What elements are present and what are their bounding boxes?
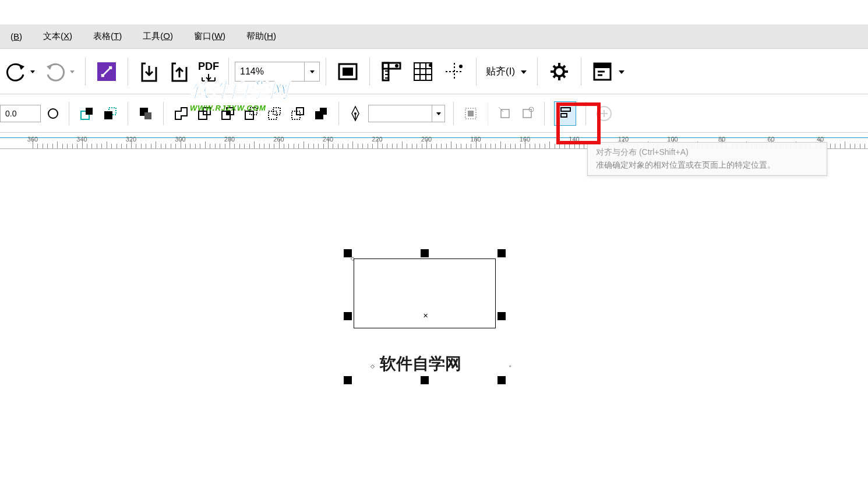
toolbar-separator bbox=[453, 102, 454, 125]
toolbar-separator bbox=[85, 58, 86, 86]
toolbar-separator bbox=[128, 58, 128, 86]
selection-handle[interactable] bbox=[344, 249, 352, 257]
svg-rect-9 bbox=[343, 68, 353, 76]
to-back-button[interactable] bbox=[102, 105, 118, 122]
chevron-down-icon bbox=[69, 68, 76, 75]
chevron-down-icon bbox=[29, 68, 36, 75]
svg-marker-7 bbox=[310, 70, 315, 73]
rulers-button[interactable] bbox=[379, 59, 404, 84]
menu-item-tools[interactable]: 工具(O) bbox=[132, 31, 184, 42]
standard-toolbar: PDF 贴齐(I) bbox=[0, 49, 868, 94]
svg-rect-67 bbox=[523, 109, 531, 118]
toolbar-separator bbox=[163, 102, 164, 125]
launch-button[interactable] bbox=[591, 60, 626, 83]
toolbar-separator bbox=[369, 58, 370, 86]
property-bar bbox=[0, 94, 868, 133]
selection-handle[interactable] bbox=[421, 249, 429, 257]
svg-rect-64 bbox=[468, 111, 474, 116]
object-center-marker: ✕ bbox=[423, 312, 428, 320]
svg-line-34 bbox=[553, 75, 556, 77]
pdf-export-button[interactable]: PDF bbox=[198, 61, 219, 82]
pen-icon bbox=[348, 105, 362, 122]
svg-marker-2 bbox=[47, 64, 52, 70]
align-distribute-button[interactable] bbox=[554, 101, 576, 126]
toolbar-separator bbox=[476, 58, 477, 86]
toolbar-separator bbox=[338, 102, 339, 125]
svg-rect-36 bbox=[594, 63, 611, 68]
toolbar-separator bbox=[581, 58, 581, 86]
selection-handle[interactable] bbox=[497, 376, 506, 384]
text-object[interactable]: 软件自学网 bbox=[380, 353, 461, 375]
chevron-down-icon bbox=[436, 111, 442, 116]
svg-point-26 bbox=[555, 67, 564, 76]
plus-icon bbox=[595, 105, 613, 122]
menu-item-window[interactable]: 窗口(W) bbox=[184, 31, 236, 42]
to-front-button[interactable] bbox=[79, 105, 95, 122]
selection-handle[interactable] bbox=[497, 312, 506, 320]
simplify-button[interactable] bbox=[243, 105, 259, 122]
undo-button[interactable] bbox=[3, 59, 36, 84]
outline-width-input[interactable] bbox=[368, 105, 432, 122]
svg-point-21 bbox=[429, 63, 432, 67]
svg-rect-44 bbox=[104, 111, 112, 119]
selection-handle[interactable] bbox=[497, 249, 506, 257]
add-button bbox=[595, 105, 613, 122]
wrap-text-button bbox=[463, 106, 478, 121]
redo-button[interactable] bbox=[43, 59, 76, 84]
toolbar-separator bbox=[128, 102, 128, 125]
menu-item-help[interactable]: 帮助(H) bbox=[236, 31, 287, 42]
svg-marker-3 bbox=[70, 70, 75, 73]
options-button[interactable] bbox=[547, 59, 571, 84]
intersect-button[interactable] bbox=[220, 105, 236, 122]
svg-line-31 bbox=[553, 66, 556, 68]
outline-width-combo[interactable] bbox=[368, 105, 445, 122]
zoom-input[interactable] bbox=[235, 62, 305, 82]
value-input[interactable] bbox=[0, 105, 41, 122]
powerclip2-button bbox=[520, 106, 535, 121]
tooltip-title: 对齐与分布 (Ctrl+Shift+A) bbox=[596, 147, 818, 158]
svg-point-61 bbox=[354, 112, 357, 115]
svg-point-40 bbox=[48, 109, 58, 118]
zoom-combo[interactable] bbox=[235, 62, 320, 82]
svg-rect-59 bbox=[320, 108, 327, 115]
import-button[interactable] bbox=[95, 60, 118, 83]
boundary-button[interactable] bbox=[313, 105, 329, 122]
svg-rect-71 bbox=[561, 114, 567, 117]
menu-item-table[interactable]: 表格(T) bbox=[83, 31, 132, 42]
svg-line-33 bbox=[563, 66, 565, 68]
chevron-down-icon bbox=[618, 68, 626, 75]
back-minus-front-button[interactable] bbox=[290, 105, 306, 122]
selection-handle[interactable] bbox=[344, 376, 352, 384]
outline-pen-button[interactable] bbox=[348, 105, 362, 122]
tooltip: 对齐与分布 (Ctrl+Shift+A) 准确确定对象的相对位置或在页面上的特定… bbox=[587, 142, 827, 176]
svg-rect-70 bbox=[561, 108, 570, 111]
export-button[interactable] bbox=[137, 60, 161, 83]
canvas-area[interactable]: ✕ ◇ 软件自学网 ◇ ▫ bbox=[0, 149, 868, 478]
weld-button[interactable] bbox=[173, 105, 189, 122]
snap-label: 贴齐(I) bbox=[486, 65, 515, 78]
snap-button[interactable]: 贴齐(I) bbox=[486, 65, 528, 78]
svg-rect-51 bbox=[227, 111, 230, 115]
front-minus-back-button[interactable] bbox=[266, 105, 283, 122]
svg-point-24 bbox=[459, 65, 463, 68]
svg-rect-46 bbox=[144, 112, 151, 119]
svg-marker-62 bbox=[436, 112, 441, 115]
toolbar-separator bbox=[544, 102, 545, 125]
selection-handle[interactable] bbox=[421, 376, 429, 384]
svg-line-32 bbox=[563, 75, 565, 77]
toolbar-separator bbox=[537, 58, 538, 86]
grid-button[interactable] bbox=[411, 59, 435, 84]
trim-button[interactable] bbox=[196, 105, 213, 122]
menu-item-b[interactable]: (B) bbox=[0, 31, 33, 41]
import-file-button[interactable] bbox=[168, 60, 191, 83]
guidelines-button[interactable] bbox=[442, 59, 467, 84]
toolbar-separator bbox=[69, 102, 69, 125]
toolbar-separator bbox=[585, 102, 586, 125]
convert-curves-button[interactable] bbox=[137, 105, 154, 122]
svg-marker-1 bbox=[30, 70, 35, 73]
toolbar-separator bbox=[326, 58, 326, 86]
selection-handle[interactable] bbox=[344, 312, 352, 320]
circle-icon-button[interactable] bbox=[47, 107, 59, 120]
fullscreen-button[interactable] bbox=[336, 59, 360, 84]
menu-item-text[interactable]: 文本(X) bbox=[33, 31, 83, 42]
